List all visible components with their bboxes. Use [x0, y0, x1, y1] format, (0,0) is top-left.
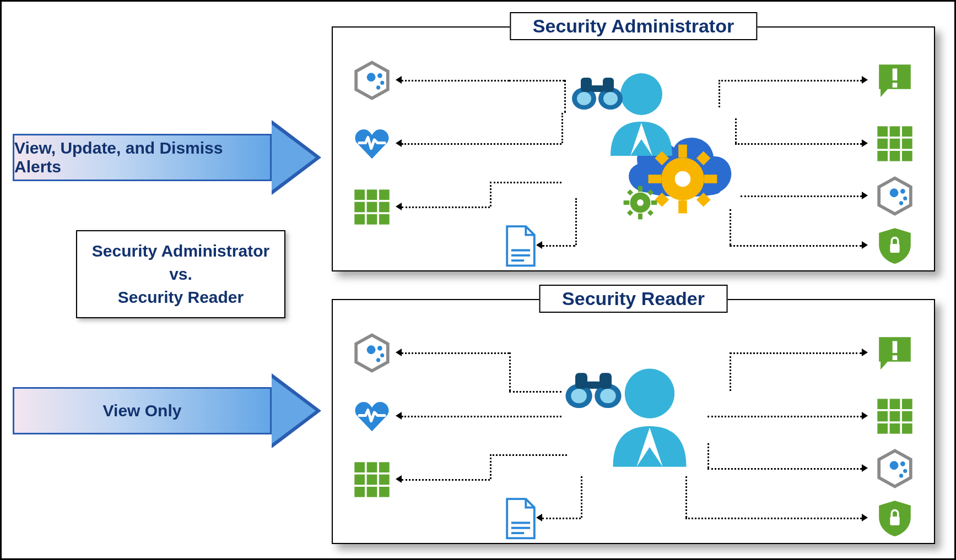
svg-rect-11: [354, 214, 365, 225]
svg-point-2: [377, 73, 382, 78]
connector: [685, 518, 862, 519]
document-icon: [504, 225, 538, 268]
arrow-reader: View Only: [13, 375, 321, 447]
connector: [730, 245, 862, 247]
arrow-tip-icon: [396, 76, 402, 84]
svg-point-88: [890, 461, 899, 470]
hexagon-dots-icon: [875, 449, 915, 488]
svg-rect-79: [890, 399, 900, 409]
svg-rect-47: [655, 151, 669, 165]
grid-icon: [875, 396, 915, 436]
connector: [509, 352, 511, 391]
svg-rect-58: [647, 189, 653, 195]
arrow-head-icon: [272, 120, 321, 195]
binoculars-icon: [570, 73, 625, 112]
grid-icon: [875, 124, 915, 164]
hexagon-dots-icon: [352, 61, 392, 100]
svg-rect-78: [877, 399, 888, 409]
connector: [707, 416, 862, 417]
connector: [402, 479, 490, 481]
svg-rect-86: [902, 423, 912, 434]
svg-point-27: [900, 189, 905, 194]
arrow-tip-icon: [396, 349, 402, 356]
svg-rect-84: [877, 423, 888, 434]
panel-admin: Security Administrator: [332, 26, 935, 271]
svg-point-38: [603, 92, 618, 105]
arrow-tip-icon: [862, 514, 868, 521]
svg-rect-80: [902, 399, 912, 409]
grid-icon: [352, 187, 392, 227]
svg-rect-9: [367, 202, 377, 213]
svg-rect-67: [354, 462, 365, 472]
svg-point-26: [890, 188, 899, 197]
svg-rect-77: [893, 355, 898, 360]
svg-point-91: [899, 474, 903, 477]
svg-rect-12: [367, 214, 377, 225]
svg-point-61: [637, 199, 644, 206]
arrow-tip-icon: [862, 241, 868, 249]
arrow-head-icon: [272, 373, 321, 448]
svg-rect-43: [678, 145, 687, 157]
svg-point-28: [903, 197, 907, 200]
svg-rect-15: [893, 83, 898, 88]
svg-rect-44: [678, 200, 687, 213]
svg-point-65: [380, 354, 384, 357]
arrow-tip-icon: [396, 139, 402, 147]
connector: [575, 198, 577, 245]
svg-rect-6: [367, 189, 377, 200]
hexagon-dots-icon: [352, 333, 392, 373]
svg-point-3: [380, 81, 384, 85]
svg-rect-39: [581, 78, 592, 92]
connector: [509, 80, 564, 81]
shield-lock-icon: [875, 498, 915, 538]
svg-point-34: [620, 73, 662, 115]
svg-rect-24: [902, 151, 912, 161]
svg-rect-45: [649, 175, 661, 183]
arrow-reader-label: View Only: [13, 387, 272, 434]
svg-point-66: [376, 358, 380, 362]
connector: [490, 182, 561, 183]
svg-rect-69: [379, 462, 390, 472]
connector: [402, 80, 509, 81]
connector: [735, 143, 862, 145]
panel-reader: Security Reader: [332, 299, 935, 544]
svg-rect-16: [877, 126, 888, 137]
arrow-tip-icon: [396, 412, 402, 420]
svg-point-64: [377, 346, 382, 351]
arrow-tip-icon: [862, 412, 868, 420]
svg-rect-81: [877, 411, 888, 422]
connector: [402, 143, 561, 145]
svg-rect-17: [890, 126, 900, 137]
svg-rect-74: [367, 487, 377, 497]
svg-rect-103: [586, 382, 601, 389]
compare-line2: vs.: [169, 263, 192, 286]
connector: [707, 443, 709, 468]
connector: [707, 468, 862, 470]
compare-line1: Security Administrator: [92, 240, 269, 263]
compare-box: Security Administrator vs. Security Read…: [76, 230, 285, 318]
shield-lock-icon: [875, 226, 915, 265]
svg-rect-50: [696, 193, 711, 207]
svg-rect-71: [367, 475, 377, 485]
admin-center-figure: [564, 80, 735, 223]
connector: [719, 80, 720, 107]
connector: [730, 209, 731, 245]
svg-rect-55: [624, 200, 630, 205]
svg-rect-5: [354, 189, 365, 200]
svg-point-100: [600, 389, 616, 403]
svg-rect-76: [893, 341, 898, 353]
svg-point-99: [571, 389, 587, 403]
gear-small-icon: [622, 184, 658, 221]
connector: [490, 454, 567, 456]
svg-rect-18: [902, 126, 912, 137]
arrow-tip-icon: [862, 139, 868, 147]
svg-point-51: [675, 171, 691, 187]
arrow-tip-icon: [396, 203, 402, 210]
svg-rect-92: [890, 516, 899, 525]
svg-rect-75: [379, 487, 390, 497]
svg-rect-20: [890, 139, 900, 149]
connector: [730, 352, 862, 354]
svg-rect-23: [890, 151, 900, 161]
svg-rect-83: [902, 411, 912, 422]
svg-rect-7: [379, 189, 390, 200]
